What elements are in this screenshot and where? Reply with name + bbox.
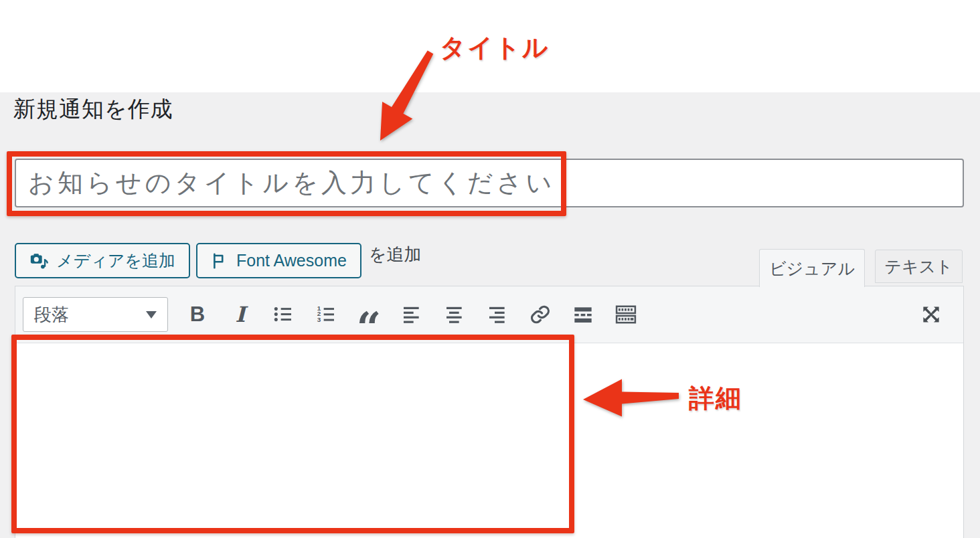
align-left-icon (401, 304, 422, 325)
more-tag-icon (572, 304, 594, 325)
toolbar-toggle-button[interactable] (608, 297, 643, 332)
annotation-detail-label: 詳細 (689, 381, 742, 416)
align-left-button[interactable] (394, 297, 429, 332)
align-right-button[interactable] (480, 297, 515, 332)
editor-toolbar: 段落 B I 1 2 3 “ (15, 286, 963, 343)
align-center-icon (444, 304, 465, 325)
italic-button[interactable]: I (223, 297, 258, 332)
link-button[interactable] (523, 297, 558, 332)
numbered-list-icon: 1 2 3 (315, 304, 337, 325)
tab-text-label: テキスト (884, 256, 953, 278)
title-input[interactable] (15, 159, 964, 207)
media-icon (29, 251, 50, 271)
fullscreen-icon (920, 303, 943, 326)
font-awesome-label: Font Awesome (236, 251, 347, 270)
editor-content[interactable] (15, 343, 963, 538)
annotation-title-label: タイトル (440, 31, 550, 65)
fullscreen-button[interactable] (914, 297, 949, 332)
more-tag-button[interactable] (566, 297, 600, 332)
paragraph-dropdown[interactable]: 段落 (23, 297, 168, 332)
blockquote-icon: “ (357, 297, 382, 332)
align-center-button[interactable] (437, 297, 472, 332)
paragraph-dropdown-label: 段落 (34, 303, 69, 327)
flag-icon (211, 252, 230, 270)
editor-container: 段落 B I 1 2 3 “ (15, 286, 964, 538)
chevron-down-icon (146, 311, 157, 319)
add-media-button[interactable]: メディアを追加 (15, 243, 190, 278)
tab-visual[interactable]: ビジュアル (759, 249, 865, 287)
link-icon (529, 304, 551, 325)
svg-text:3: 3 (317, 316, 321, 323)
page-title: 新規通知を作成 (13, 94, 173, 124)
blockquote-button[interactable]: “ (351, 297, 386, 332)
bold-button[interactable]: B (180, 297, 215, 332)
italic-icon: I (236, 302, 246, 327)
tab-visual-label: ビジュアル (769, 258, 855, 280)
add-media-label: メディアを追加 (56, 250, 175, 272)
bulleted-list-icon (272, 304, 294, 325)
align-right-icon (487, 304, 508, 325)
bold-icon: B (190, 302, 205, 327)
numbered-list-button[interactable]: 1 2 3 (309, 297, 343, 332)
tab-text[interactable]: テキスト (875, 250, 963, 283)
keyboard-icon (615, 303, 637, 326)
bulleted-list-button[interactable] (266, 297, 301, 332)
suffix-text: を追加 (369, 243, 422, 266)
font-awesome-button[interactable]: Font Awesome (196, 243, 361, 278)
